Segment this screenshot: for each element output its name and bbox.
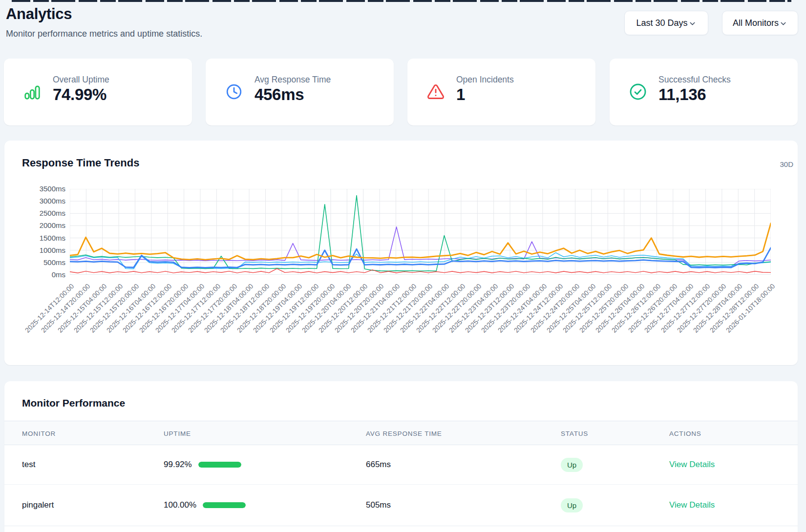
view-details-link[interactable]: View Details xyxy=(669,500,715,510)
avg-response-value: 665ms xyxy=(366,445,391,484)
status-badge: Up xyxy=(561,458,583,472)
chart-range-label: 30D xyxy=(780,160,793,168)
uptime-bar xyxy=(203,502,246,508)
series-orange xyxy=(70,223,771,260)
table-row: pingalert 100.00% 505ms Up View Details xyxy=(4,485,798,526)
chevron-down-icon xyxy=(688,20,697,28)
clock-icon xyxy=(225,83,243,101)
uptime-value: 99.92% xyxy=(164,460,192,470)
y-tick-label: 500ms xyxy=(4,258,65,266)
y-tick-label: 2000ms xyxy=(4,221,65,229)
col-monitor: Monitor xyxy=(22,430,56,437)
stat-card-successful-checks: Successful Checks 11,136 xyxy=(610,59,798,125)
uptime-bar-fill xyxy=(198,462,241,468)
uptime-bar-fill xyxy=(203,502,246,508)
col-status: Status xyxy=(561,430,588,437)
table-header: Monitor Uptime Avg Response Time Status … xyxy=(4,421,798,445)
monitor-name: test xyxy=(22,445,35,484)
time-range-value: Last 30 Days xyxy=(636,18,687,28)
page-subtitle: Monitor performance metrics and uptime s… xyxy=(6,29,202,39)
col-actions: Actions xyxy=(669,430,701,437)
status-badge: Up xyxy=(561,498,583,512)
y-tick-label: 3500ms xyxy=(4,184,65,193)
page-title: Analytics xyxy=(6,5,72,23)
monitor-name: pingalert xyxy=(22,485,54,526)
stat-card-overall-uptime: Overall Uptime 74.99% xyxy=(4,59,192,125)
alert-triangle-icon xyxy=(427,83,445,101)
y-tick-label: 1500ms xyxy=(4,234,65,242)
top-strip xyxy=(12,0,791,2)
avg-response-value: 505ms xyxy=(366,485,391,526)
y-tick-label: 0ms xyxy=(4,270,65,279)
stat-value: 1 xyxy=(456,85,465,104)
response-chart xyxy=(70,189,771,275)
time-range-select[interactable]: Last 30 Days xyxy=(624,11,708,35)
y-tick-label: 2500ms xyxy=(4,209,65,217)
response-time-trends-card: Response Time Trends 30D 3500ms3000ms250… xyxy=(4,141,798,365)
analytics-page: Analytics Monitor performance metrics an… xyxy=(0,0,806,532)
view-details-link[interactable]: View Details xyxy=(669,460,715,470)
monitor-performance-card: Monitor Performance Monitor Uptime Avg R… xyxy=(4,381,798,532)
chart-title: Response Time Trends xyxy=(22,157,139,169)
table-title: Monitor Performance xyxy=(22,397,125,409)
table-row: test 99.92% 665ms Up View Details xyxy=(4,445,798,485)
monitor-filter-value: All Monitors xyxy=(733,18,779,28)
stat-value: 11,136 xyxy=(658,85,706,104)
stat-value: 456ms xyxy=(255,85,304,104)
bar-chart-icon xyxy=(23,83,41,101)
stat-card-avg-response: Avg Response Time 456ms xyxy=(206,59,394,125)
col-uptime: Uptime xyxy=(164,430,191,437)
stat-card-open-incidents: Open Incidents 1 xyxy=(407,59,595,125)
monitor-filter-select[interactable]: All Monitors xyxy=(722,11,798,35)
y-tick-label: 3000ms xyxy=(4,197,65,205)
stat-label: Open Incidents xyxy=(456,75,514,85)
uptime-bar xyxy=(198,462,241,468)
stat-label: Overall Uptime xyxy=(53,75,109,85)
chevron-down-icon xyxy=(779,20,787,28)
stat-label: Successful Checks xyxy=(658,75,731,85)
check-circle-icon xyxy=(629,83,647,101)
y-tick-label: 1000ms xyxy=(4,246,65,254)
stat-label: Avg Response Time xyxy=(255,75,331,85)
stat-value: 74.99% xyxy=(53,85,106,104)
uptime-value: 100.00% xyxy=(164,500,196,510)
col-avg-response-time: Avg Response Time xyxy=(366,430,442,437)
